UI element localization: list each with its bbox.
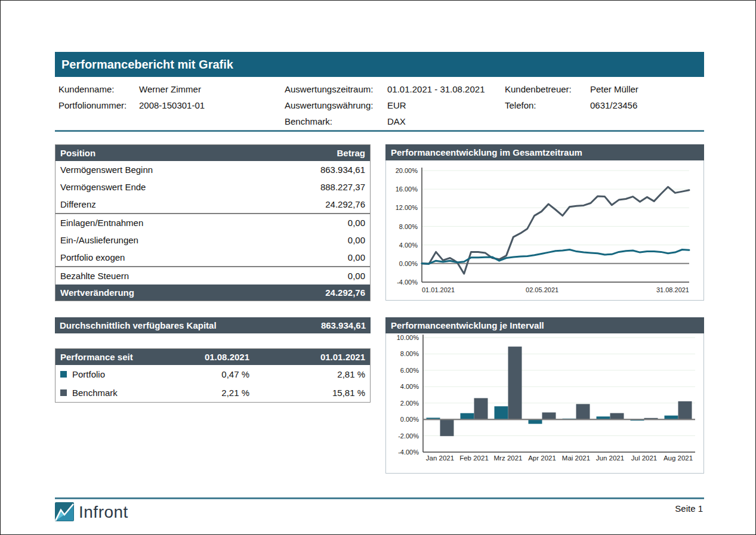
svg-text:20.00%: 20.00% — [396, 167, 418, 174]
kapital-label: Durchschnittlich verfügbares Kapital — [60, 320, 217, 330]
svg-text:Jan 2021: Jan 2021 — [426, 454, 454, 462]
value-col1: 0,47 % — [169, 369, 249, 379]
value-col2: 15,81 % — [249, 388, 365, 398]
row-value: 0,00 — [348, 218, 365, 228]
bar-chart: 10.00%8.00%6.00%4.00%2.00%0.00%-2.00%-4.… — [386, 333, 703, 472]
svg-text:6.00%: 6.00% — [400, 367, 419, 374]
benchmark-legend-swatch — [60, 389, 67, 396]
position-table: Position Betrag Vermögenswert Beginn 863… — [55, 144, 371, 301]
telefon-label: Telefon: — [505, 100, 536, 112]
row-label: Einlagen/Entnahmen — [60, 218, 143, 228]
svg-text:-4.00%: -4.00% — [397, 279, 418, 286]
table-row: Ein-/Auslieferungen 0,00 — [55, 231, 370, 249]
svg-text:-2.00%: -2.00% — [398, 432, 419, 440]
page-number: Seite 1 — [675, 503, 703, 514]
table-row: Differenz 24.292,76 — [55, 196, 370, 213]
svg-text:0.00%: 0.00% — [400, 416, 419, 423]
infront-logo-icon — [55, 502, 74, 521]
series-name: Benchmark — [60, 388, 169, 398]
line-chart-title: Performanceentwicklung im Gesamtzeitraum — [385, 144, 704, 160]
line-chart-panel: Performanceentwicklung im Gesamtzeitraum… — [385, 144, 704, 301]
performance-seit-label: Performance seit — [60, 352, 169, 362]
table-row: Portfolio 0,47 % 2,81 % — [55, 365, 370, 384]
svg-text:Jul 2021: Jul 2021 — [631, 454, 657, 462]
customer-info-section: Kundenname: Werner Zimmer Portfolionumme… — [55, 84, 704, 132]
row-label: Vermögenswert Ende — [60, 182, 146, 192]
svg-text:8.00%: 8.00% — [399, 223, 418, 230]
svg-text:4.00%: 4.00% — [399, 242, 418, 249]
row-value: 863.934,61 — [320, 165, 365, 175]
table-row: Vermögenswert Ende 888.227,37 — [55, 178, 370, 196]
svg-text:Mai 2021: Mai 2021 — [562, 454, 590, 462]
portfolionummer-label: Portfolionummer: — [58, 100, 126, 112]
auswertungswaehrung-value: EUR — [387, 100, 406, 112]
performance-table: Performance seit 01.08.2021 01.01.2021 P… — [55, 348, 371, 403]
row-label: Vermögenswert Beginn — [60, 165, 153, 175]
bar-chart-body: 10.00%8.00%6.00%4.00%2.00%0.00%-2.00%-4.… — [385, 333, 704, 474]
svg-text:2.00%: 2.00% — [400, 400, 419, 407]
row-value: 0,00 — [348, 271, 365, 281]
svg-text:01.01.2021: 01.01.2021 — [422, 286, 455, 293]
table-row: Vermögenswert Beginn 863.934,61 — [55, 161, 370, 178]
benchmark-value: DAX — [387, 116, 406, 128]
portfolionummer-value: 2008-150301-01 — [139, 100, 205, 112]
svg-text:4.00%: 4.00% — [400, 383, 419, 390]
table-row: Einlagen/Entnahmen 0,00 — [55, 214, 370, 231]
row-value: 0,00 — [348, 252, 365, 262]
kundenname-label: Kundenname: — [58, 84, 114, 95]
bar-chart-panel: Performanceentwicklung je Intervall 10.0… — [385, 317, 704, 474]
betrag-header-label: Betrag — [337, 148, 365, 158]
report-page: Performancebericht mit Grafik Kundenname… — [0, 0, 756, 535]
col-date-2: 01.01.2021 — [249, 352, 365, 362]
svg-text:12.00%: 12.00% — [396, 204, 418, 211]
svg-text:0.00%: 0.00% — [399, 260, 418, 267]
kapital-bar: Durchschnittlich verfügbares Kapital 863… — [55, 317, 371, 333]
line-chart-body: 20.00%16.00%12.00%8.00%4.00%0.00%-4.00%0… — [385, 160, 704, 301]
svg-text:10.00%: 10.00% — [397, 334, 419, 341]
performance-table-header: Performance seit 01.08.2021 01.01.2021 — [55, 349, 370, 365]
svg-text:31.08.2021: 31.08.2021 — [656, 286, 689, 293]
benchmark-label: Benchmark: — [285, 116, 332, 128]
svg-text:16.00%: 16.00% — [396, 185, 418, 193]
svg-text:8.00%: 8.00% — [400, 350, 419, 357]
svg-text:Mrz 2021: Mrz 2021 — [494, 454, 523, 462]
kundenbetreuer-label: Kundenbetreuer: — [505, 84, 572, 95]
footer-separator-line — [55, 497, 704, 499]
col-date-1: 01.08.2021 — [169, 352, 249, 362]
auswertungszeitraum-label: Auswertungszeitraum: — [285, 84, 373, 95]
row-value: 0,00 — [348, 235, 365, 245]
page-title: Performancebericht mit Grafik — [55, 52, 704, 77]
svg-text:Jun 2021: Jun 2021 — [596, 454, 624, 462]
line-chart: 20.00%16.00%12.00%8.00%4.00%0.00%-4.00%0… — [386, 160, 703, 299]
bar-chart-title: Performanceentwicklung je Intervall — [385, 317, 704, 333]
kundenbetreuer-value: Peter Müller — [590, 84, 638, 95]
row-label: Portfolio exogen — [60, 252, 125, 262]
svg-text:-4.00%: -4.00% — [398, 449, 419, 456]
svg-text:Apr 2021: Apr 2021 — [528, 454, 556, 462]
info-separator-line — [55, 130, 704, 132]
svg-text:02.05.2021: 02.05.2021 — [526, 286, 558, 293]
svg-text:Feb 2021: Feb 2021 — [459, 454, 489, 462]
row-label: Differenz — [60, 199, 96, 209]
kapital-value: 863.934,61 — [321, 320, 366, 330]
row-label: Bezahlte Steuern — [60, 271, 129, 281]
table-row: Benchmark 2,21 % 15,81 % — [55, 384, 370, 402]
table-row: Bezahlte Steuern 0,00 — [55, 267, 370, 284]
row-value: 24.292,76 — [325, 199, 365, 209]
brand-name: Infront — [79, 502, 128, 522]
auswertungswaehrung-label: Auswertungswährung: — [285, 100, 373, 112]
footer-value: 24.292,76 — [325, 287, 365, 298]
kundenname-value: Werner Zimmer — [139, 84, 201, 95]
portfolio-legend-swatch — [60, 371, 67, 378]
telefon-value: 0631/23456 — [590, 100, 637, 112]
row-label: Ein-/Auslieferungen — [60, 235, 138, 245]
position-header-label: Position — [60, 148, 95, 158]
position-table-footer: Wertveränderung 24.292,76 — [55, 284, 370, 301]
svg-text:Aug 2021: Aug 2021 — [664, 454, 693, 462]
footer-label: Wertveränderung — [60, 287, 134, 298]
auswertungszeitraum-value: 01.01.2021 - 31.08.2021 — [387, 84, 485, 95]
value-col2: 2,81 % — [249, 369, 365, 379]
position-table-header: Position Betrag — [55, 145, 370, 161]
table-row: Portfolio exogen 0,00 — [55, 249, 370, 266]
row-value: 888.227,37 — [320, 182, 365, 192]
